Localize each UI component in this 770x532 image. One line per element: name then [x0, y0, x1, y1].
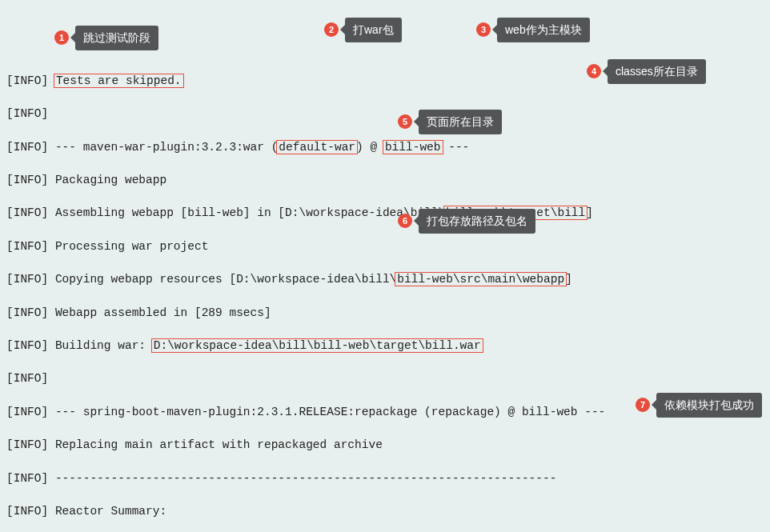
log-line: [INFO] Assembling webapp [bill-web] in […: [6, 205, 764, 222]
log-line: [INFO] Processing war project: [6, 238, 764, 255]
callout-label: 打war包: [345, 18, 402, 42]
callout-label: 依赖模块打包成功: [656, 393, 762, 418]
callout-label: web作为主模块: [497, 18, 590, 42]
log-line: [INFO] Copying webapp resources [D:\work…: [6, 271, 764, 288]
hl-webapp-dir: bill-web\src\main\webapp: [395, 272, 567, 286]
hl-bill-web: bill-web: [383, 140, 443, 154]
log-line: [INFO] Packaging webapp: [6, 172, 764, 189]
log-line: [INFO] Webapp assembled in [289 msecs]: [6, 305, 764, 322]
callout-3: 3 web作为主模块: [476, 18, 590, 42]
callout-4: 4 classes所在目录: [587, 59, 706, 84]
log-line: [INFO] Replacing main artifact with repa…: [6, 437, 764, 454]
log-line: [INFO] ---------------------------------…: [6, 470, 764, 487]
badge-icon: 3: [476, 22, 491, 37]
badge-icon: 4: [587, 64, 601, 78]
callout-label: 页面所在目录: [419, 110, 502, 134]
badge-icon: 7: [636, 398, 650, 412]
log-line: [INFO] Building war: D:\workspace-idea\b…: [6, 338, 764, 354]
callout-2: 2 打war包: [324, 18, 402, 42]
callout-7: 7 依赖模块打包成功: [636, 393, 762, 418]
log-line: [INFO] --- maven-war-plugin:3.2.3:war (d…: [6, 139, 764, 156]
callout-label: 打包存放路径及包名: [419, 209, 535, 234]
badge-icon: 6: [398, 214, 412, 228]
callout-1: 1 跳过测试阶段: [54, 26, 158, 50]
log-line: [INFO]: [6, 106, 764, 122]
badge-icon: 1: [54, 30, 69, 45]
callout-label: classes所在目录: [608, 59, 706, 84]
hl-tests-skipped: Tests are skipped.: [54, 74, 184, 88]
callout-label: 跳过测试阶段: [75, 26, 158, 50]
hl-war-path: D:\workspace-idea\bill\bill-web\target\b…: [151, 338, 483, 353]
badge-icon: 5: [398, 114, 412, 129]
callout-5: 5 页面所在目录: [398, 110, 502, 134]
log-line: [INFO] Reactor Summary:: [6, 503, 764, 520]
hl-default-war: default-war: [276, 140, 358, 154]
callout-6: 6 打包存放路径及包名: [398, 209, 535, 234]
log-line: [INFO]: [6, 370, 764, 387]
badge-icon: 2: [324, 22, 339, 37]
